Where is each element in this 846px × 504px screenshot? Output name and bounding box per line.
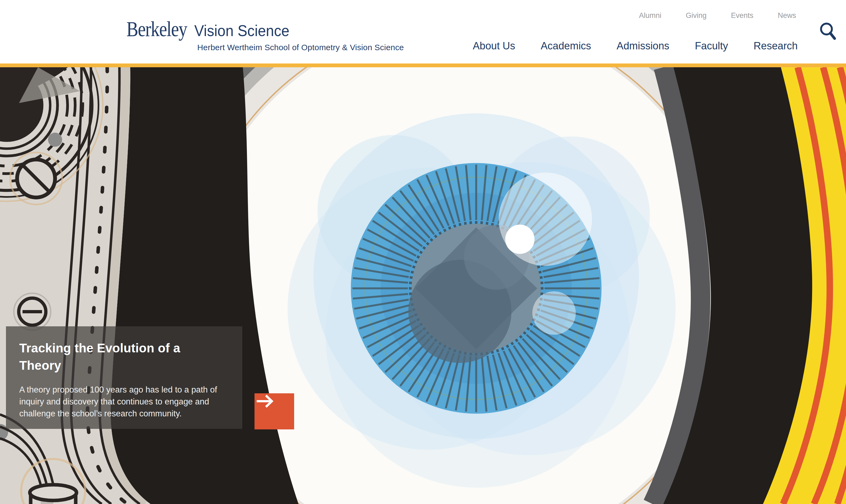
eye-illustration xyxy=(0,67,846,504)
nav-faculty[interactable]: Faculty xyxy=(695,40,728,52)
logo-brand-wordmark: Berkeley xyxy=(126,17,187,41)
hero-story-description: A theory proposed 100 years ago has led … xyxy=(19,384,235,420)
logo-department: Vision Science xyxy=(194,22,289,40)
hero-next-button[interactable] xyxy=(254,393,294,429)
logo-tagline: Herbert Wertheim School of Optometry & V… xyxy=(197,43,404,52)
main-nav: About Us Academics Admissions Faculty Re… xyxy=(473,40,798,52)
search-button[interactable] xyxy=(818,21,837,41)
hero-story-card[interactable]: Tracking the Evolution of a Theory A the… xyxy=(6,326,242,429)
site-header: Berkeley Vision Science Herbert Wertheim… xyxy=(0,0,846,64)
utility-nav-giving[interactable]: Giving xyxy=(686,12,706,20)
iris xyxy=(351,163,601,414)
screw-icon xyxy=(10,152,62,204)
search-icon xyxy=(818,37,837,41)
utility-nav: Alumni Giving Events News xyxy=(639,12,796,20)
utility-nav-news[interactable]: News xyxy=(778,12,796,20)
lens-flare-large xyxy=(499,173,592,266)
lens-flare-small xyxy=(532,291,576,335)
hero-section: Tracking the Evolution of a Theory A the… xyxy=(0,67,846,504)
hero-story-title: Tracking the Evolution of a Theory xyxy=(19,339,215,374)
site-logo[interactable]: Berkeley Vision Science xyxy=(126,17,295,41)
screw-slot-icon xyxy=(14,293,51,330)
nav-admissions[interactable]: Admissions xyxy=(617,40,669,52)
nav-research[interactable]: Research xyxy=(754,40,798,52)
gold-accent-bar xyxy=(0,64,846,67)
utility-nav-alumni[interactable]: Alumni xyxy=(639,12,662,20)
nav-academics[interactable]: Academics xyxy=(541,40,591,52)
utility-nav-events[interactable]: Events xyxy=(731,12,754,20)
nav-about-us[interactable]: About Us xyxy=(473,40,515,52)
